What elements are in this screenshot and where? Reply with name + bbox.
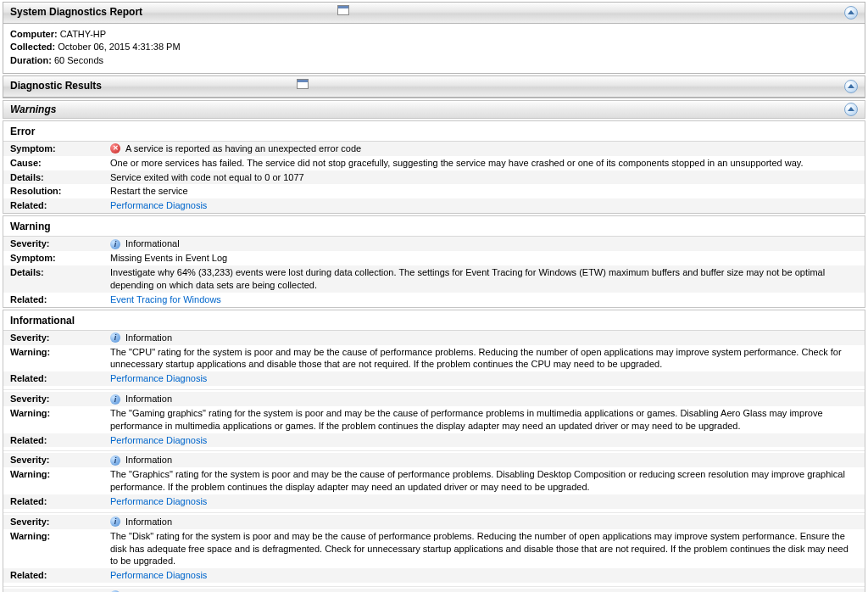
info-related-label: Related: — [10, 434, 110, 447]
error-resolution-label: Resolution: — [10, 185, 110, 198]
chevron-up-icon — [848, 107, 854, 111]
info-warning-label: Warning: — [10, 407, 110, 420]
error-related-link[interactable]: Performance Diagnosis — [110, 200, 207, 210]
error-resolution: Restart the service — [110, 185, 858, 198]
info-icon — [110, 455, 120, 466]
info-warning-text: The "Gaming graphics" rating for the sys… — [110, 407, 858, 433]
informational-item: Severity:InformationWarning:The "CPU" ra… — [3, 331, 865, 388]
error-title: Error — [3, 121, 865, 142]
computer-value: CATHY-HP — [60, 29, 106, 39]
error-symptom-label: Symptom: — [10, 142, 110, 155]
informational-item: Severity:InformationWarning:The "Gaming … — [3, 389, 865, 449]
info-severity-label: Severity: — [10, 516, 110, 528]
info-severity-label: Severity: — [10, 332, 110, 344]
duration-label: Duration: — [10, 55, 52, 65]
info-related-link[interactable]: Performance Diagnosis — [110, 373, 207, 383]
info-warning-text: The "CPU" rating for the system is poor … — [110, 346, 858, 371]
warning-details-label: Details: — [10, 266, 110, 279]
info-warning-label: Warning: — [10, 530, 110, 543]
error-related-label: Related: — [10, 199, 110, 212]
computer-label: Computer: — [10, 29, 58, 39]
error-icon — [110, 143, 120, 154]
collected-value: October 06, 2015 4:31:38 PM — [58, 42, 180, 52]
info-icon — [110, 517, 120, 527]
error-cause-label: Cause: — [10, 157, 110, 170]
info-severity: Information — [125, 393, 172, 405]
report-header: System Diagnostics Report — [3, 3, 865, 24]
info-related-link[interactable]: Performance Diagnosis — [110, 570, 207, 580]
error-cause: One or more services has failed. The ser… — [110, 157, 858, 170]
informational-title: Informational — [3, 310, 865, 331]
warning-related-label: Related: — [10, 293, 110, 306]
info-severity: Information — [125, 454, 172, 466]
report-title: System Diagnostics Report — [10, 5, 142, 19]
informational-section: Informational Severity:InformationWarnin… — [3, 310, 865, 592]
info-icon — [110, 394, 120, 405]
info-related-label: Related: — [10, 495, 110, 508]
info-warning-text: The "Graphics" rating for the system is … — [110, 468, 858, 494]
report-header-panel: System Diagnostics Report Computer: CATH… — [3, 2, 865, 74]
duration-value: 60 Seconds — [54, 55, 103, 65]
warning-symptom-label: Symptom: — [10, 252, 110, 265]
warning-section: Warning Severity: Informational Symptom:… — [3, 215, 865, 307]
report-meta: Computer: CATHY-HP Collected: October 06… — [3, 24, 865, 74]
info-severity: Information — [125, 332, 172, 344]
chevron-up-icon — [848, 10, 854, 14]
collapse-results-button[interactable] — [844, 80, 858, 93]
info-warning-label: Warning: — [10, 346, 110, 359]
info-warning-text: The "Disk" rating for the system is poor… — [110, 530, 858, 568]
calendar-icon — [297, 79, 309, 89]
informational-item: Severity:InformationWarning:The "Memory"… — [3, 586, 865, 592]
warning-title: Warning — [3, 216, 865, 237]
info-related-link[interactable]: Performance Diagnosis — [110, 496, 207, 506]
results-panel: Diagnostic Results — [3, 75, 865, 98]
info-severity: Information — [125, 516, 172, 528]
header-center — [142, 5, 844, 19]
results-header: Diagnostic Results — [3, 76, 865, 98]
warnings-header: Warnings — [3, 100, 865, 119]
error-section: Error Symptom: A service is reported as … — [3, 120, 865, 214]
warning-details: Investigate why 64% (33,233) events were… — [110, 266, 858, 292]
warning-severity: Informational — [125, 237, 180, 250]
collected-label: Collected: — [10, 42, 55, 52]
calendar-icon — [337, 5, 349, 15]
warning-related-link[interactable]: Event Tracing for Windows — [110, 294, 221, 304]
collapse-warnings-button[interactable] — [844, 103, 858, 116]
warning-symptom: Missing Events in Event Log — [110, 252, 858, 265]
warnings-title: Warnings — [10, 103, 56, 116]
info-severity-label: Severity: — [10, 393, 110, 405]
info-icon — [110, 332, 120, 343]
info-related-link[interactable]: Performance Diagnosis — [110, 435, 207, 445]
info-related-label: Related: — [10, 372, 110, 385]
error-details-label: Details: — [10, 171, 110, 184]
informational-item: Severity:InformationWarning:The "Graphic… — [3, 450, 865, 510]
results-title: Diagnostic Results — [10, 79, 102, 92]
info-severity-label: Severity: — [10, 454, 110, 466]
info-icon — [110, 239, 120, 249]
chevron-up-icon — [848, 84, 854, 88]
error-symptom: A service is reported as having an unexp… — [125, 142, 361, 155]
error-details: Service exited with code not equal to 0 … — [110, 171, 858, 184]
warning-severity-label: Severity: — [10, 237, 110, 250]
info-related-label: Related: — [10, 569, 110, 582]
info-warning-label: Warning: — [10, 468, 110, 481]
informational-item: Severity:InformationWarning:The "Disk" r… — [3, 512, 865, 584]
collapse-report-button[interactable] — [844, 6, 858, 20]
